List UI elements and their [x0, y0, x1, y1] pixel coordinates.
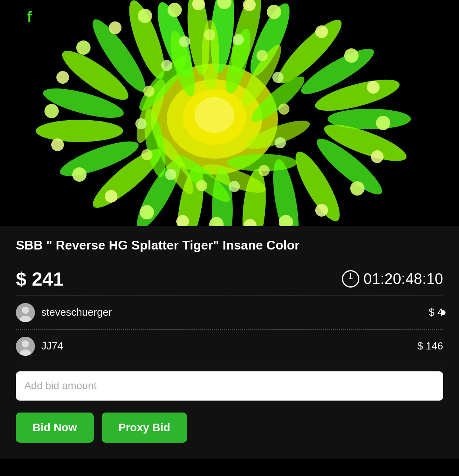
svg-point-47	[367, 81, 380, 94]
avatar-1	[16, 303, 35, 322]
bid-amount-2: $ 146	[417, 340, 443, 352]
svg-point-73	[229, 181, 240, 192]
svg-point-59	[51, 138, 64, 151]
svg-point-66	[204, 29, 215, 40]
online-indicator-1	[441, 310, 446, 315]
svg-point-72	[258, 165, 270, 176]
product-image-container: f	[0, 0, 459, 226]
svg-point-22	[36, 120, 123, 142]
product-title: SBB " Reverse HG Splatter Tiger" Insane …	[16, 237, 443, 254]
svg-point-84	[22, 307, 29, 314]
svg-text:f: f	[27, 9, 32, 25]
price-timer-row: $ 241 01:20:48:10	[16, 268, 443, 296]
svg-point-87	[22, 340, 29, 347]
info-section: SBB " Reverse HG Splatter Tiger" Insane …	[0, 226, 459, 459]
svg-point-40	[168, 3, 182, 17]
bidder-name-1: steveschuerger	[41, 306, 112, 319]
page-container: f SBB " Reverse HG Splatter Tiger" Insan…	[0, 0, 459, 459]
svg-point-71	[275, 137, 286, 148]
bidder-left-2: JJ74	[16, 337, 63, 356]
svg-point-79	[161, 60, 172, 71]
svg-point-57	[105, 190, 118, 203]
svg-point-78	[143, 86, 154, 97]
svg-point-69	[272, 72, 284, 83]
product-image: f	[0, 0, 459, 226]
proxy-bid-button[interactable]: Proxy Bid	[102, 413, 187, 443]
bidder-left-1: steveschuerger	[16, 303, 112, 322]
svg-point-76	[141, 149, 152, 160]
svg-point-58	[72, 167, 87, 182]
svg-point-61	[56, 71, 69, 84]
svg-point-49	[371, 150, 384, 163]
avatar-2	[16, 337, 35, 356]
svg-point-64	[138, 9, 152, 23]
bid-input-container	[16, 363, 443, 409]
svg-point-62	[76, 40, 91, 55]
svg-point-44	[267, 5, 281, 19]
buttons-row: Bid Now Proxy Bid	[16, 409, 443, 451]
svg-point-74	[196, 180, 207, 191]
svg-point-48	[376, 116, 390, 130]
svg-point-56	[140, 205, 154, 219]
svg-point-75	[165, 169, 176, 180]
timer-container: 01:20:48:10	[342, 270, 443, 288]
svg-point-65	[179, 36, 190, 47]
svg-point-63	[109, 21, 122, 34]
bid-amount-input[interactable]	[16, 371, 443, 401]
svg-point-67	[233, 34, 244, 45]
svg-point-60	[44, 104, 59, 118]
svg-point-46	[344, 48, 359, 63]
svg-point-77	[135, 118, 147, 129]
bid-now-button[interactable]: Bid Now	[16, 413, 94, 443]
svg-point-68	[256, 50, 268, 61]
current-price: $ 241	[16, 268, 64, 290]
svg-point-45	[315, 25, 328, 38]
bidder-row-1: steveschuerger $ 4	[16, 296, 443, 330]
bidder-name-2: JJ74	[41, 340, 63, 352]
svg-point-51	[315, 204, 328, 217]
svg-point-81	[195, 97, 234, 133]
svg-point-70	[278, 104, 289, 115]
clock-icon	[342, 270, 359, 288]
svg-point-50	[350, 181, 364, 196]
bidder-row-2: JJ74 $ 146	[16, 330, 443, 363]
timer-text: 01:20:48:10	[363, 271, 443, 288]
